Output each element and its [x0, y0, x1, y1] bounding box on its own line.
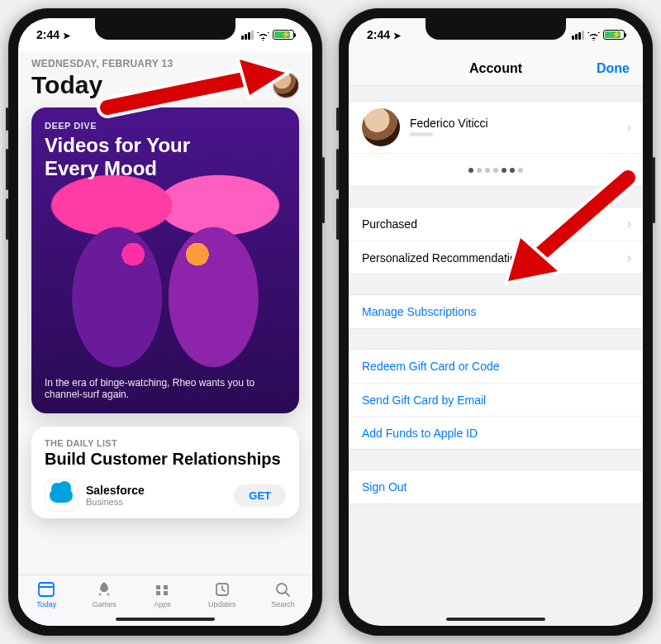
- wifi-icon: [587, 29, 600, 41]
- tab-label: Apps: [154, 600, 171, 608]
- row-label: Add Funds to Apple ID: [362, 427, 478, 440]
- row-label: Redeem Gift Card or Code: [362, 360, 500, 373]
- card-eyebrow: DEEP DIVE: [45, 121, 286, 131]
- row-personalized-recs[interactable]: Personalized Recommendations ›: [349, 241, 643, 274]
- row-redeem-gift-card[interactable]: Redeem Gift Card or Code: [349, 350, 643, 383]
- today-feed[interactable]: WEDNESDAY, FEBRUARY 13 Today DEEP DIVE V…: [18, 51, 312, 575]
- app-subtitle: Business: [86, 497, 226, 507]
- get-button[interactable]: GET: [234, 484, 286, 507]
- app-row[interactable]: Salesforce Business GET: [45, 479, 286, 512]
- tab-label: Today: [36, 600, 56, 608]
- profile-name: Federico Viticci: [410, 117, 488, 130]
- notch: [95, 18, 235, 40]
- done-button[interactable]: Done: [597, 61, 630, 76]
- apps-icon: [151, 580, 173, 599]
- battery-icon: ⚡: [603, 30, 625, 40]
- cell-signal-icon: [572, 31, 584, 40]
- tab-search[interactable]: Search: [271, 580, 295, 608]
- nav-title: Account: [469, 61, 522, 76]
- tab-updates[interactable]: Updates: [208, 580, 236, 608]
- phone-right: 2:44 ➤ ⚡ Account Done Federico Viticci •…: [339, 8, 653, 636]
- row-label: Send Gift Card by Email: [362, 394, 486, 407]
- home-indicator[interactable]: [446, 618, 545, 621]
- row-send-gift-card[interactable]: Send Gift Card by Email: [349, 383, 643, 416]
- row-label: Purchased: [362, 217, 417, 231]
- home-indicator[interactable]: [116, 618, 215, 621]
- list-card-eyebrow: THE DAILY LIST: [45, 438, 286, 448]
- status-time: 2:44 ➤: [36, 28, 70, 41]
- row-sign-out[interactable]: Sign Out: [349, 470, 643, 503]
- battery-icon: ⚡: [273, 30, 294, 40]
- chevron-right-icon: ›: [627, 120, 631, 135]
- location-icon: ➤: [393, 31, 401, 41]
- list-card[interactable]: THE DAILY LIST Build Customer Relationsh…: [31, 427, 299, 518]
- svg-line-4: [286, 593, 290, 597]
- app-name: Salesforce: [86, 484, 226, 497]
- app-icon-salesforce: [45, 479, 78, 512]
- row-label: Personalized Recommendations: [362, 251, 529, 265]
- row-add-funds[interactable]: Add Funds to Apple ID: [349, 416, 643, 449]
- today-icon: [36, 580, 57, 599]
- svg-rect-0: [39, 583, 54, 596]
- tab-games[interactable]: Games: [93, 580, 117, 608]
- nav-bar: Account Done: [349, 51, 643, 86]
- account-settings[interactable]: Federico Viticci •••••••• › Purchased › …: [349, 86, 643, 626]
- card-title: Videos for Your Every Mood: [45, 134, 238, 179]
- row-manage-subscriptions[interactable]: Manage Subscriptions: [349, 295, 643, 328]
- pagination-dots: [349, 153, 643, 186]
- row-label: Sign Out: [362, 480, 407, 494]
- date-label: WEDNESDAY, FEBRUARY 13: [31, 58, 299, 69]
- tab-apps[interactable]: Apps: [151, 580, 173, 608]
- profile-row[interactable]: Federico Viticci •••••••• ›: [349, 102, 643, 153]
- row-purchased[interactable]: Purchased ›: [349, 208, 643, 241]
- tab-label: Search: [271, 600, 295, 608]
- tab-label: Updates: [208, 600, 236, 608]
- rocket-icon: [93, 580, 115, 599]
- list-card-title: Build Customer Relationships: [45, 450, 286, 469]
- wifi-icon: [257, 29, 269, 41]
- page-title: Today: [31, 71, 102, 99]
- avatar: [362, 108, 400, 146]
- card-caption: In the era of binge-watching, Rheo wants…: [45, 377, 262, 400]
- status-time: 2:44 ➤: [367, 28, 401, 41]
- tab-today[interactable]: Today: [36, 580, 57, 608]
- chevron-right-icon: ›: [627, 217, 631, 231]
- notch: [426, 18, 566, 40]
- profile-avatar-button[interactable]: [273, 72, 299, 98]
- phone-left: 2:44 ➤ ⚡ WEDNESDAY, FEBRUARY 13 Today DE…: [8, 8, 322, 636]
- featured-card[interactable]: DEEP DIVE Videos for Your Every Mood In …: [31, 107, 299, 413]
- chevron-right-icon: ›: [627, 250, 631, 265]
- search-icon: [272, 580, 293, 599]
- updates-icon: [212, 580, 233, 599]
- profile-email: ••••••••: [410, 130, 488, 139]
- cell-signal-icon: [241, 31, 254, 40]
- tab-label: Games: [93, 600, 117, 608]
- row-label: Manage Subscriptions: [362, 305, 477, 318]
- location-icon: ➤: [63, 31, 70, 41]
